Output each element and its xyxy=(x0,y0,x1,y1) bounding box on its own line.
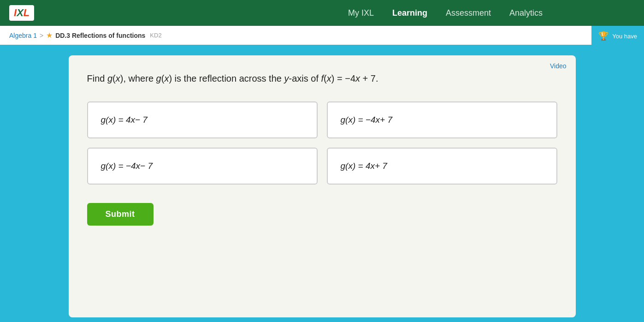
video-link[interactable]: Video xyxy=(550,62,567,70)
submit-button[interactable]: Submit xyxy=(87,203,154,226)
you-have-section: 🏆 You have xyxy=(591,26,644,46)
breadcrumb-parent[interactable]: Algebra 1 xyxy=(9,32,37,39)
nav-learning[interactable]: Learning xyxy=(392,8,427,18)
you-have-text: You have xyxy=(612,33,637,40)
breadcrumb-code: KD2 xyxy=(150,32,161,39)
question-card: Video Find g(x), where g(x) is the refle… xyxy=(69,55,576,317)
main-content: Video Find g(x), where g(x) is the refle… xyxy=(0,46,644,322)
nav-my-ixl[interactable]: My IXL xyxy=(348,8,374,18)
answer-option-c[interactable]: g(x) = −4x − 7 xyxy=(87,148,318,185)
answer-option-b[interactable]: g(x) = −4x + 7 xyxy=(327,101,557,138)
navbar: IXL My IXL Learning Assessment Analytics xyxy=(0,0,644,26)
logo: IXL xyxy=(9,5,34,21)
breadcrumb-star: ★ xyxy=(46,31,53,40)
question-text: Find g(x), where g(x) is the reflection … xyxy=(87,72,557,85)
trophy-icon: 🏆 xyxy=(598,31,609,41)
breadcrumb-bar: Algebra 1 > ★ DD.3 Reflections of functi… xyxy=(0,26,644,46)
breadcrumb-separator: > xyxy=(40,32,43,39)
answer-grid: g(x) = 4x − 7 g(x) = −4x + 7 g(x) = −4x … xyxy=(87,101,557,185)
nav-links: My IXL Learning Assessment Analytics xyxy=(348,8,543,18)
nav-assessment[interactable]: Assessment xyxy=(446,8,491,18)
answer-option-d[interactable]: g(x) = 4x + 7 xyxy=(327,148,557,185)
breadcrumb: Algebra 1 > ★ DD.3 Reflections of functi… xyxy=(9,31,162,40)
nav-analytics[interactable]: Analytics xyxy=(509,8,543,18)
breadcrumb-current: DD.3 Reflections of functions xyxy=(55,32,145,39)
answer-option-a[interactable]: g(x) = 4x − 7 xyxy=(87,101,318,138)
